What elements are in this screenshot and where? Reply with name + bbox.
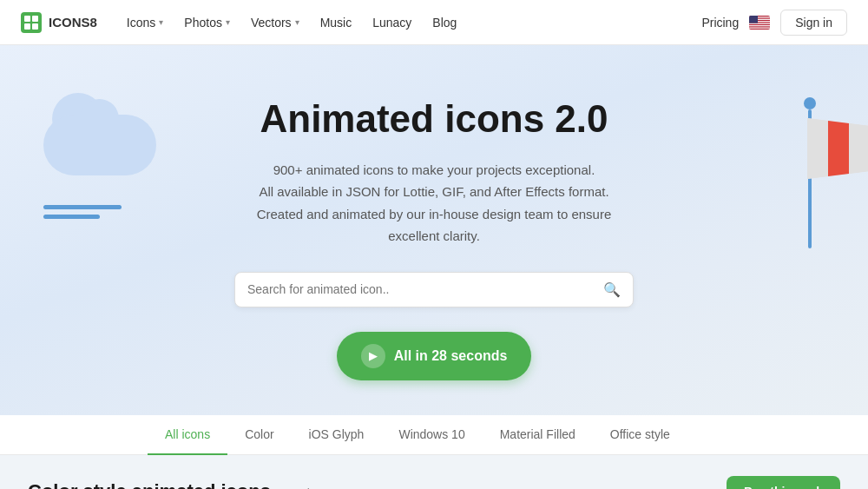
- nav-right: Pricing Sign in: [701, 10, 847, 36]
- navbar: ICONS8 Icons ▾ Photos ▾ Vectors ▾ Music …: [0, 0, 868, 45]
- search-bar: 🔍: [234, 272, 634, 307]
- sign-in-button[interactable]: Sign in: [780, 10, 847, 36]
- hero-description: 900+ animated icons to make your project…: [252, 159, 616, 248]
- nav-lunacy[interactable]: Lunacy: [364, 10, 420, 35]
- cloud-lines: [35, 205, 174, 219]
- nav-photos[interactable]: Photos ▾: [175, 10, 239, 35]
- language-flag[interactable]: [749, 16, 770, 30]
- brand-name: ICONS8: [49, 15, 97, 30]
- pack-title-group: Color style animated icons 307 icons: [28, 480, 335, 489]
- nav-icons[interactable]: Icons ▾: [118, 10, 172, 35]
- tab-windows10[interactable]: Windows 10: [381, 415, 482, 455]
- play-icon: ▶: [361, 344, 385, 368]
- search-icon: 🔍: [603, 281, 621, 298]
- pack-title: Color style animated icons: [28, 480, 271, 489]
- windsock-svg: [807, 118, 868, 179]
- tab-all-icons[interactable]: All icons: [148, 415, 227, 455]
- svg-marker-10: [828, 121, 849, 176]
- pack-section: Color style animated icons 307 icons Buy…: [0, 455, 868, 489]
- tabs-list: All icons Color iOS Glyph Windows 10 Mat…: [130, 415, 738, 454]
- nav-pricing[interactable]: Pricing: [701, 16, 739, 30]
- svg-rect-7: [749, 16, 758, 23]
- chevron-down-icon: ▾: [295, 17, 299, 27]
- search-input[interactable]: [247, 282, 603, 296]
- tab-color[interactable]: Color: [227, 415, 291, 455]
- tabs-section: All icons Color iOS Glyph Windows 10 Mat…: [0, 415, 868, 455]
- pack-header: Color style animated icons 307 icons Buy…: [28, 476, 840, 489]
- svg-rect-4: [749, 23, 770, 23]
- tab-ios-glyph[interactable]: iOS Glyph: [292, 415, 382, 455]
- cta-button[interactable]: ▶ All in 28 seconds: [337, 332, 532, 380]
- nav-blog[interactable]: Blog: [424, 10, 465, 35]
- nav-music[interactable]: Music: [312, 10, 361, 35]
- tab-material-filled[interactable]: Material Filled: [483, 415, 593, 455]
- windsock-illustration: [804, 97, 816, 248]
- buy-pack-button[interactable]: Buy this pack: [727, 476, 840, 489]
- pack-count: 307 icons: [283, 486, 335, 489]
- svg-rect-6: [749, 27, 770, 28]
- svg-marker-9: [807, 118, 828, 179]
- chevron-down-icon: ▾: [159, 17, 163, 27]
- tab-office-style[interactable]: Office style: [593, 415, 687, 455]
- cloud-illustration: [35, 115, 174, 219]
- hero-section: Animated icons 2.0 900+ animated icons t…: [0, 45, 868, 415]
- svg-marker-11: [849, 123, 868, 174]
- chevron-down-icon: ▾: [226, 17, 230, 27]
- svg-rect-5: [749, 25, 770, 26]
- nav-vectors[interactable]: Vectors ▾: [242, 10, 308, 35]
- logo-icon: [21, 12, 42, 33]
- nav-links: Icons ▾ Photos ▾ Vectors ▾ Music Lunacy …: [118, 10, 702, 35]
- brand-logo[interactable]: ICONS8: [21, 12, 97, 33]
